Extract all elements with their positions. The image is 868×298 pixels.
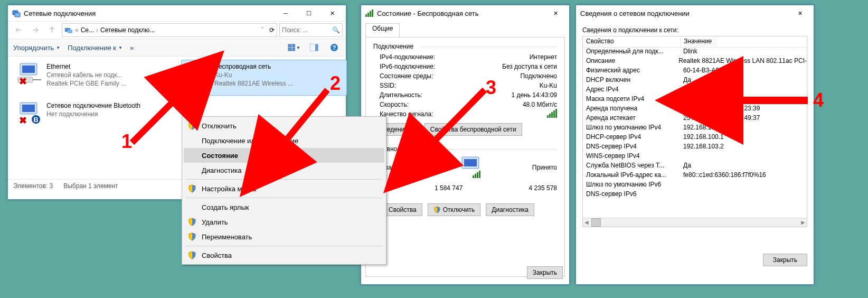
svg-text:✖: ✖: [19, 115, 27, 126]
dropdown-icon[interactable]: ˅: [261, 26, 264, 34]
view-button[interactable]: ▼: [288, 41, 300, 54]
titlebar[interactable]: Сетевые подключения ─ ☐ ✕: [8, 5, 346, 21]
ctx-properties[interactable]: Свойства: [184, 248, 384, 263]
bluetooth-icon: B✖: [17, 101, 42, 126]
property-row[interactable]: Аренда получена22 января 2019 г. 22:23:3…: [583, 105, 807, 114]
close-button[interactable]: ✕: [788, 6, 812, 21]
organize-button[interactable]: Упорядочить▼: [13, 44, 60, 52]
window-title: Сетевые подключения: [24, 10, 96, 17]
svg-rect-22: [192, 77, 194, 85]
ctx-bridge[interactable]: Настройка моста: [184, 181, 384, 196]
breadcrumb-part[interactable]: Се...: [81, 26, 94, 34]
up-button[interactable]: 🡡: [45, 23, 60, 38]
ctx-status[interactable]: Состояние: [184, 148, 384, 163]
adapter-ethernet[interactable]: ✖ Ethernet Сетевой кабель не подк... Rea…: [13, 60, 179, 96]
svg-rect-19: [186, 82, 187, 85]
separator: [186, 198, 382, 198]
search-input[interactable]: Поиск: ... 🔍: [279, 23, 343, 37]
property-row[interactable]: WINS-сервер IPv4: [583, 152, 807, 162]
property-row[interactable]: Служба NetBIOS через T...Да: [583, 162, 807, 171]
property-row[interactable]: DHCP-сервер IPv4192.168.100.1: [583, 133, 807, 143]
property-row[interactable]: Адрес IPv4192.168.100.8: [583, 86, 807, 95]
svg-rect-33: [464, 159, 477, 166]
signal-icon: [365, 9, 374, 17]
command-bar: Упорядочить▼ Подключение к▼ » ▼ ?: [8, 39, 346, 57]
ctx-connect-disconnect[interactable]: Подключение или отключение: [184, 133, 384, 148]
wireless-icon: [185, 62, 210, 87]
property-row[interactable]: DNS-сервер IPv6: [583, 190, 807, 200]
window-title: Состояние - Беспроводная сеть: [377, 10, 479, 17]
list-header[interactable]: Свойство Значение: [583, 36, 807, 48]
shield-icon: [188, 232, 196, 241]
help-button[interactable]: ?: [328, 41, 341, 54]
property-row[interactable]: Определенный для подк...Dlink: [583, 48, 807, 57]
close-button-footer[interactable]: Закрыть: [527, 266, 563, 279]
close-button-footer[interactable]: Закрыть: [763, 254, 807, 266]
property-row[interactable]: Локальный IPv6-адрес ка...fe80::c1ed:636…: [583, 171, 807, 181]
horizontal-scrollbar[interactable]: ◄ ►: [583, 218, 807, 227]
search-icon: 🔍: [332, 26, 340, 34]
property-row[interactable]: Аренда истекает25 января 2019 г. 12:49:3…: [583, 114, 807, 124]
status-row: Скорость:48.0 Мбит/с: [373, 100, 557, 109]
back-button[interactable]: 🡠: [11, 23, 26, 38]
ctx-disable[interactable]: Отключить: [184, 118, 384, 133]
titlebar[interactable]: Состояние - Беспроводная сеть ✕: [361, 5, 569, 21]
connect-to-button[interactable]: Подключение к▼: [68, 44, 122, 52]
status-row: Длительность:1 день 14:43:09: [373, 90, 557, 100]
more-button[interactable]: »: [130, 44, 134, 52]
ctx-shortcut[interactable]: Создать ярлык: [184, 200, 384, 215]
ctx-rename[interactable]: Переименовать: [184, 229, 384, 244]
svg-text:✖: ✖: [19, 76, 27, 87]
property-row[interactable]: DNS-сервер IPv4192.168.103.2: [583, 143, 807, 152]
scroll-left-icon[interactable]: ◄: [583, 219, 590, 226]
disable-button[interactable]: Отключить: [428, 203, 481, 216]
header-value[interactable]: Значение: [681, 36, 715, 47]
scroll-thumb[interactable]: [591, 218, 601, 227]
scroll-right-icon[interactable]: ►: [799, 219, 807, 226]
adapter-wireless[interactable]: Беспроводная сеть Ku-Ku Realtek 8821AE W…: [181, 60, 347, 96]
property-row[interactable]: Шлюз по умолчанию IPv4192.168.100.1: [583, 124, 807, 133]
preview-pane-button[interactable]: [308, 41, 320, 54]
adapter-status: Ku-Ku: [214, 71, 293, 79]
selection-count: Выбран 1 элемент: [63, 182, 118, 190]
header-property[interactable]: Свойство: [583, 36, 681, 47]
tab-strip: Общие: [361, 23, 569, 37]
svg-rect-30: [370, 11, 371, 17]
forward-button[interactable]: 🡢: [28, 23, 43, 38]
breadcrumb[interactable]: « Се... › Сетевые подклю... ˅ ⟳: [62, 23, 277, 37]
close-button[interactable]: ✕: [544, 6, 567, 21]
group-activity: Активность: [373, 145, 557, 153]
tab-general[interactable]: Общие: [365, 23, 400, 38]
property-list[interactable]: Свойство Значение Определенный для подк.…: [582, 36, 807, 227]
svg-rect-4: [288, 44, 291, 47]
refresh-icon[interactable]: ⟳: [269, 26, 275, 34]
status-row: IPv4-подключение:Интернет: [373, 52, 557, 62]
svg-rect-37: [479, 171, 480, 178]
maximize-button[interactable]: ☐: [297, 6, 320, 21]
adapter-bluetooth[interactable]: B✖ Сетевое подключение Bluetooth Нет под…: [13, 99, 184, 135]
diagnose-button[interactable]: Диагностика: [486, 203, 534, 216]
svg-rect-13: [22, 66, 35, 73]
property-row[interactable]: Маска подсети IPv4255.255.255.0: [583, 95, 807, 105]
svg-rect-20: [188, 80, 190, 85]
wireless-properties-button[interactable]: Свойства беспроводной сети: [424, 123, 522, 136]
property-row[interactable]: Шлюз по умолчанию IPv6: [583, 181, 807, 190]
property-row[interactable]: DHCP включенДа: [583, 76, 807, 86]
svg-rect-18: [190, 66, 203, 73]
minimize-button[interactable]: ─: [274, 6, 297, 21]
property-row[interactable]: Физический адрес60-14-B3-A9-B7-A9: [583, 67, 807, 76]
received-label: Принято: [532, 164, 557, 171]
svg-rect-21: [190, 79, 192, 85]
search-placeholder: Поиск: ...: [282, 26, 308, 34]
adapter-status: Нет подключения: [46, 110, 140, 118]
breadcrumb-part[interactable]: Сетевые подклю...: [100, 26, 155, 34]
close-button[interactable]: ✕: [320, 6, 344, 21]
titlebar[interactable]: Сведения о сетевом подключении ✕: [576, 5, 814, 21]
shield-icon: [188, 251, 196, 259]
ctx-delete[interactable]: Удалить: [184, 215, 384, 229]
address-bar: 🡠 🡢 🡡 « Се... › Сетевые подклю... ˅ ⟳ По…: [8, 21, 346, 39]
network-icon: [12, 9, 21, 17]
svg-rect-36: [477, 172, 478, 178]
property-row[interactable]: ОписаниеRealtek 8821AE Wireless LAN 802.…: [583, 57, 807, 67]
ctx-diagnose[interactable]: Диагностика: [184, 163, 384, 178]
